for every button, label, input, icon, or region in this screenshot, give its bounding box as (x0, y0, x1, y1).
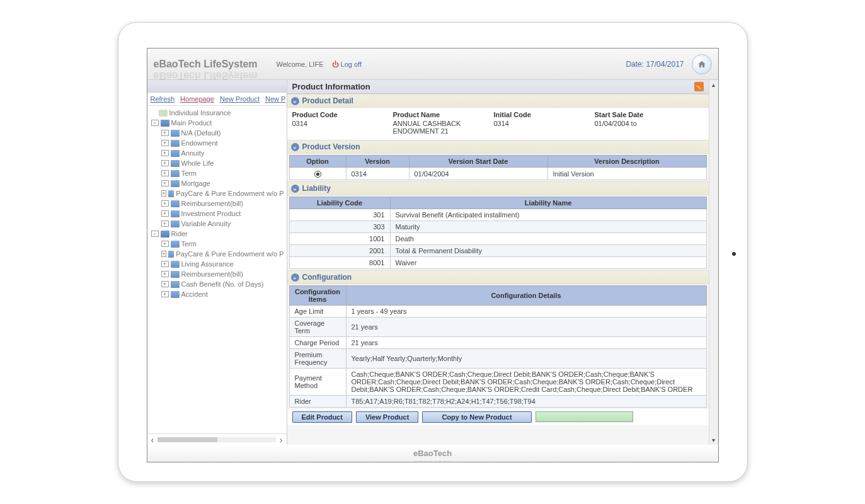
expand-icon[interactable]: + (161, 160, 169, 166)
doc-icon (171, 170, 180, 177)
section-product-version[interactable]: ⌄ Product Version (287, 140, 709, 154)
section-configuration[interactable]: ⌄ Configuration (287, 270, 709, 284)
home-button[interactable] (692, 54, 712, 74)
expand-icon[interactable]: + (161, 241, 169, 247)
refresh-link[interactable]: Refresh (151, 95, 175, 103)
doc-icon (171, 210, 180, 217)
expand-icon[interactable]: + (161, 190, 167, 197)
expand-icon[interactable]: + (161, 261, 169, 267)
tablet-frame: eBaoTech LifeSystem eBaoTech LifeSystem … (118, 22, 748, 482)
expand-icon[interactable]: + (161, 170, 169, 176)
logoff-link[interactable]: Log off (332, 60, 362, 68)
tree-item[interactable]: +Endowment (147, 138, 287, 148)
tree-item[interactable]: +Whole Life (147, 158, 287, 168)
version-radio[interactable] (314, 171, 321, 178)
tree-item[interactable]: Individual Insurance (147, 108, 287, 118)
tree-item-label: Variable Annuity (181, 220, 231, 227)
col-version-desc: Version Description (547, 156, 706, 168)
start-sale-date-value: 01/04/2004 to (595, 120, 704, 127)
expand-icon[interactable]: − (151, 231, 159, 237)
tree-item-label: Mortgage (181, 180, 210, 187)
tree-item-label: Reimbursement(bill) (181, 270, 243, 278)
tree-item[interactable]: +Term (147, 168, 287, 178)
tree-item-label: Annuity (181, 149, 205, 157)
sidebar-horizontal-scrollbar[interactable]: ‹ › (147, 433, 287, 445)
expand-icon[interactable]: + (161, 251, 167, 257)
copy-to-new-product-button[interactable]: Copy to New Product (422, 411, 531, 423)
col-config-items: Configuration Items (289, 286, 346, 306)
tree-item-label: Rider (171, 230, 188, 238)
view-product-button[interactable]: View Product (356, 411, 418, 423)
doc-icon (171, 200, 180, 207)
product-code-label: Product Code (292, 111, 393, 118)
expand-icon[interactable]: + (161, 150, 169, 156)
tree-item[interactable]: +Term (147, 239, 287, 249)
date-display: Date: 17/04/2017 (626, 60, 684, 69)
col-liability-code: Liability Code (289, 197, 390, 209)
tree-item-label: Reimbursement(bill) (181, 200, 243, 207)
tree-item-label: Accident (181, 290, 208, 298)
expand-icon[interactable]: − (151, 120, 159, 126)
tree-item[interactable]: +PayCare & Pure Endowment w/o P (147, 249, 287, 259)
expand-icon[interactable]: + (161, 220, 169, 227)
tree-item[interactable]: +Mortgage (147, 178, 287, 188)
expand-icon[interactable]: + (161, 210, 169, 217)
tree-item-label: Endowment (181, 139, 218, 147)
app-logo-text: eBaoTech LifeSystem (154, 59, 258, 69)
doc-icon (171, 281, 180, 288)
edit-product-button[interactable]: Edit Product (292, 411, 352, 423)
header-bar: eBaoTech LifeSystem eBaoTech LifeSystem … (147, 49, 718, 80)
expand-icon[interactable]: + (161, 200, 169, 207)
tree-item[interactable]: +Annuity (147, 148, 287, 158)
tree-item[interactable]: +PayCare & Pure Endowment w/o P (147, 188, 287, 198)
tree-item[interactable]: +Living Assurance (147, 259, 287, 269)
tree-item[interactable]: −Rider (147, 229, 287, 239)
doc-icon (171, 150, 180, 157)
table-row: 8001Waiver (289, 257, 706, 269)
col-version: Version (346, 156, 409, 168)
homepage-link[interactable]: Homepage (180, 95, 214, 103)
col-version-start: Version Start Date (409, 156, 547, 168)
main-vertical-scrollbar[interactable]: ▴ ▾ (709, 80, 718, 445)
expand-icon[interactable]: + (161, 281, 169, 287)
scroll-left-icon[interactable]: ‹ (151, 435, 154, 445)
footer-brand: eBaoTech (413, 449, 452, 458)
tree-item[interactable]: +Reimbursement(bill) (147, 269, 287, 279)
tree-item[interactable]: +Cash Benefit (No. of Days) (147, 279, 287, 289)
tree-item[interactable]: +Variable Annuity (147, 219, 287, 229)
footer: eBaoTech eBaoTech (147, 445, 718, 462)
scroll-right-icon[interactable]: › (280, 435, 283, 445)
sidebar-header (147, 80, 287, 93)
rss-icon[interactable] (694, 82, 704, 91)
doc-icon (171, 261, 180, 268)
section-liability[interactable]: ⌄ Liability (287, 181, 709, 195)
table-row: Coverage Term21 years (289, 318, 706, 337)
new-product-link[interactable]: New Product (220, 95, 260, 103)
tree-item[interactable]: +Accident (147, 289, 287, 299)
expand-icon[interactable]: + (161, 130, 169, 136)
doc-icon (171, 180, 180, 187)
table-row: Payment MethodCash;Cheque;BANK'S ORDER;C… (289, 369, 706, 396)
scroll-down-icon[interactable]: ▾ (711, 435, 716, 445)
tree-item[interactable]: +Investment Product (147, 209, 287, 219)
new-p-link[interactable]: New P (265, 95, 285, 103)
initial-code-value: 0314 (494, 120, 595, 127)
chevron-down-icon: ⌄ (291, 185, 299, 193)
section-product-detail[interactable]: ⌄ Product Detail (287, 94, 709, 108)
chevron-down-icon: ⌄ (291, 143, 299, 151)
doc-icon (171, 241, 180, 248)
tree-item-label: Main Product (171, 119, 212, 127)
doc-icon (168, 190, 174, 197)
expand-icon[interactable]: + (161, 140, 169, 146)
main-panel: Product Information ⌄ Product Detail Pro… (287, 80, 718, 445)
expand-icon[interactable]: + (161, 291, 169, 297)
expand-icon[interactable]: + (161, 180, 169, 186)
expand-icon[interactable]: + (161, 271, 169, 277)
scroll-up-icon[interactable]: ▴ (711, 80, 716, 89)
table-row: 1001Death (289, 233, 706, 245)
start-sale-date-label: Start Sale Date (595, 111, 704, 118)
tree-item[interactable]: +Reimbursement(bill) (147, 198, 287, 209)
tree-item[interactable]: +N/A (Default) (147, 128, 287, 138)
tree-item-label: N/A (Default) (181, 129, 221, 137)
tree-item[interactable]: −Main Product (147, 118, 287, 128)
